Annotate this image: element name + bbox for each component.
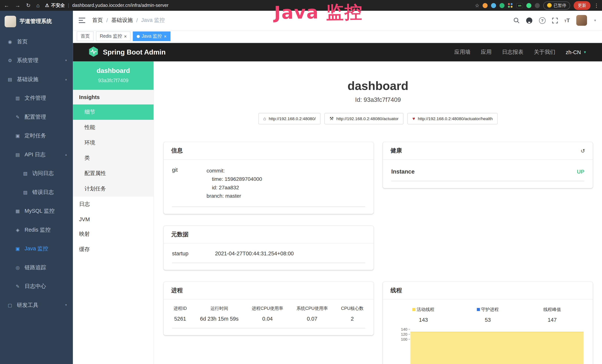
sba-sidebar: dashboard 93a3fc7f7409 Insights 细节 性能 环境… [73, 61, 154, 364]
sba-menu-environment[interactable]: 环境 [73, 135, 153, 150]
sba-logo-icon [88, 46, 99, 58]
heart-icon: ♥ [412, 116, 415, 121]
back-icon[interactable]: ← [4, 2, 9, 8]
edit-icon: ✎ [15, 114, 21, 120]
sidebar-item-log-center[interactable]: ✎ 日志中心 [0, 277, 73, 296]
font-size-icon[interactable]: TT [564, 17, 570, 23]
sba-nav-wall[interactable]: 应用墙 [454, 49, 471, 56]
threads-legend-row: 活动线程 143 守护进程 53 线程峰值 [391, 306, 584, 327]
sba-menu-scheduled-tasks[interactable]: 计划任务 [73, 181, 153, 197]
sidebar-item-dev-tools[interactable]: ▢ 研发工具 ▾ [0, 296, 73, 314]
instance-id: Id: 93a3fc7f7409 [154, 96, 602, 103]
status-badge: UP [577, 168, 584, 174]
close-icon[interactable]: × [124, 34, 127, 39]
sba-menu-performance[interactable]: 性能 [73, 120, 153, 135]
history-icon[interactable]: ↺ [581, 148, 585, 154]
gear-icon: ⚙ [7, 58, 13, 63]
info-git-row: git commit: time: 1596289704000 id: 27aa… [172, 166, 365, 207]
breadcrumb-current: Java 监控 [141, 17, 165, 24]
health-instance-row: Instance UP [391, 166, 584, 181]
toolbox-icon: ▢ [7, 302, 13, 308]
user-caret-icon[interactable]: ▼ [594, 19, 597, 22]
metadata-startup-row: startup 2021-04-27T00:44:31.254+08:00 [172, 250, 365, 263]
ext-puzzle-icon[interactable] [535, 3, 540, 8]
sba-menu-logs[interactable]: 日志 [73, 197, 153, 212]
sidebar-item-system-management[interactable]: ⚙ 系统管理 ▾ [0, 51, 73, 70]
hamburger-icon[interactable] [79, 18, 85, 23]
sba-menu-insights-header: Insights [73, 90, 153, 105]
sba-nav-journal[interactable]: 日志报表 [502, 49, 523, 56]
top-navbar: 首页 / 基础设施 / Java 监控 ? [73, 11, 602, 30]
sba-brand[interactable]: Spring Boot Admin [103, 48, 166, 56]
close-icon[interactable]: × [164, 34, 167, 39]
sba-menu-config-props[interactable]: 配置属性 [73, 166, 153, 181]
sba-menu-details[interactable]: 细节 [73, 104, 153, 120]
java-monitor-icon: ▣ [15, 246, 21, 251]
sba-main: dashboard Id: 93a3fc7f7409 ⌂ http://192.… [154, 61, 602, 364]
sidebar-item-file-management[interactable]: ▥ 文件管理 [0, 89, 73, 107]
app-logo[interactable]: 芋道管理系统 [0, 11, 73, 32]
sba-nav-applications[interactable]: 应用 [481, 49, 492, 56]
sidebar-item-java-monitor[interactable]: ▣ Java 监控 [0, 239, 73, 258]
wrench-icon: ⚒ [329, 116, 333, 121]
threads-chart: 140 120 100 [391, 329, 584, 364]
github-icon[interactable] [526, 17, 532, 23]
sidebar-item-api-logs[interactable]: ▤ API 日志 ▴ [0, 145, 73, 164]
ext-green-circle-icon[interactable] [500, 3, 505, 8]
reload-icon[interactable]: ↻ [26, 2, 31, 8]
sidebar-item-mysql-monitor[interactable]: ▦ MySQL 监控 [0, 202, 73, 220]
avatar[interactable] [576, 15, 587, 26]
tab-java-monitor[interactable]: Java 监控 × [133, 32, 170, 41]
tab-redis-monitor[interactable]: Redis 监控 × [96, 32, 130, 41]
ext-fox-icon[interactable] [483, 3, 488, 8]
address-bar[interactable]: ⚠ 不安全 | dashboard.yudao.iocoder.cn/infra… [45, 2, 169, 9]
sba-menu-jvm[interactable]: JVM [73, 212, 153, 227]
search-icon[interactable] [513, 17, 519, 23]
sidebar-item-access-logs[interactable]: ▧ 访问日志 [0, 164, 73, 183]
sba-menu-classes[interactable]: 类 [73, 150, 153, 166]
help-icon[interactable]: ? [539, 17, 546, 23]
legend-daemon-swatch [477, 308, 480, 311]
warning-icon: ⚠ [45, 3, 49, 8]
sba-nav-about[interactable]: 关于我们 [534, 49, 555, 56]
browser-menu-icon[interactable]: ⋮ [594, 2, 599, 8]
sba-instance-header[interactable]: dashboard 93a3fc7f7409 [73, 61, 153, 90]
app-title: 芋道管理系统 [20, 18, 52, 25]
sidebar-item-error-logs[interactable]: ▨ 错误日志 [0, 183, 73, 202]
ext-grid-icon[interactable] [508, 3, 513, 8]
home-icon[interactable]: ⌂ [36, 2, 40, 8]
fullscreen-icon[interactable] [552, 17, 558, 23]
sba-menu-caches[interactable]: 缓存 [73, 242, 153, 257]
legend-live-swatch [412, 308, 416, 311]
sba-locale-select[interactable]: zh-CN ▼ [566, 49, 587, 55]
ext-on-badge-icon[interactable]: on [516, 3, 523, 8]
sba-menu-mappings[interactable]: 映射 [73, 227, 153, 242]
ext-drop-icon[interactable] [491, 3, 496, 8]
sidebar-item-trace[interactable]: ◎ 链路追踪 [0, 258, 73, 277]
health-url-link[interactable]: ♥ http://192.168.0.2:48080/actuator/heal… [407, 113, 498, 124]
update-button[interactable]: 更新 [574, 1, 591, 10]
sidebar-item-redis-monitor[interactable]: ◈ Redis 监控 [0, 221, 73, 239]
url-text[interactable]: dashboard.yudao.iocoder.cn/infra/admin-s… [72, 3, 169, 8]
threads-card: 线程 活动线程 143 守护进程 [383, 282, 593, 364]
redis-icon: ◈ [15, 227, 21, 233]
paused-badge[interactable]: 已暂停 [543, 1, 570, 9]
service-url-link[interactable]: ⌂ http://192.168.0.2:48080/ [258, 113, 321, 124]
actuator-url-link[interactable]: ⚒ http://192.168.0.2:48080/actuator [324, 113, 403, 124]
sidebar-item-infrastructure[interactable]: ▤ 基础设施 ▴ [0, 70, 73, 89]
sidebar-item-config-management[interactable]: ✎ 配置管理 [0, 107, 73, 126]
chevron-up-icon: ▴ [65, 153, 67, 156]
breadcrumb-home[interactable]: 首页 [92, 17, 103, 24]
breadcrumb: 首页 / 基础设施 / Java 监控 [92, 17, 165, 24]
forward-icon[interactable]: → [15, 2, 20, 8]
sidebar-item-home[interactable]: ◉ 首页 [0, 32, 73, 51]
monitor-icon: ▤ [7, 76, 13, 82]
sidebar-item-scheduled-jobs[interactable]: ▣ 定时任务 [0, 126, 73, 145]
ext-leaf-icon[interactable] [526, 3, 531, 8]
address-divider: | [68, 3, 69, 8]
doc-icon: ▨ [22, 190, 28, 195]
bookmark-star-icon[interactable]: ☆ [475, 2, 479, 8]
breadcrumb-infrastructure[interactable]: 基础设施 [111, 17, 133, 24]
security-warning[interactable]: ⚠ 不安全 [45, 2, 65, 9]
tab-home[interactable]: 首页 [77, 32, 94, 41]
